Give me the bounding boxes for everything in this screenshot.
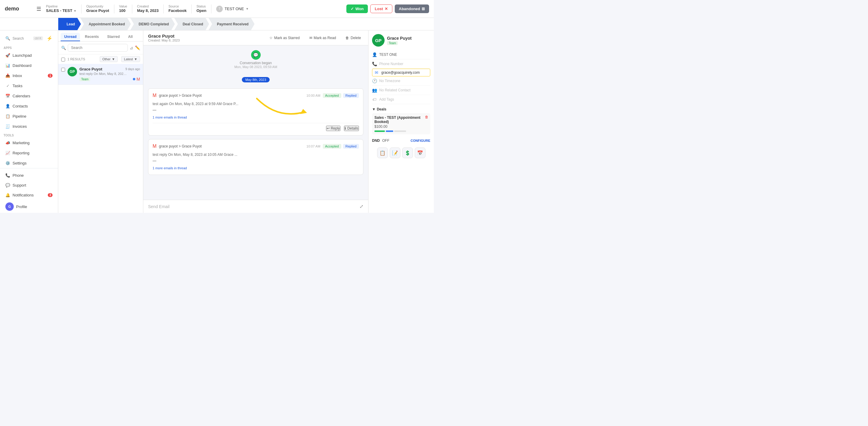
expand-icon[interactable]: ⤢ <box>360 204 363 209</box>
hamburger-icon[interactable]: ☰ <box>36 6 41 12</box>
delete-button[interactable]: 🗑 Delete <box>343 35 363 41</box>
details-button[interactable]: ℹ Details <box>344 126 359 131</box>
grid-icon-abandoned: ⊞ <box>422 7 425 11</box>
right-deal: Sales - TEST (Appointment Booked) $100.0… <box>372 113 430 134</box>
stage-appointment[interactable]: Appointment Booked <box>80 18 131 30</box>
sort-btn[interactable]: Latest ▼ <box>121 56 140 62</box>
created-label: Created <box>137 4 159 8</box>
right-timezone-value[interactable]: No Timezone <box>379 79 430 83</box>
sidebar-item-tasks[interactable]: ✓ Tasks <box>2 81 56 91</box>
abandoned-button[interactable]: Abandoned ⊞ <box>395 4 429 13</box>
conv-main-header: Grace Puyot Created: May 8, 2023 ☆ Mark … <box>143 30 368 45</box>
conv-send-bar: Send Email ⤢ <box>143 200 368 213</box>
filter-label: Other <box>102 57 111 61</box>
sidebar-item-inbox[interactable]: 📥 Inbox 1 <box>2 71 56 80</box>
email-more-1[interactable]: 1 more emails in thread <box>153 115 359 120</box>
configure-button[interactable]: CONFIGURE <box>410 139 430 142</box>
tab-unread[interactable]: Unread <box>61 33 80 41</box>
value-value: 100 <box>119 8 127 13</box>
star-icon: ☆ <box>269 36 273 40</box>
won-button[interactable]: ✓ Won <box>346 4 368 13</box>
sidebar-item-calendars[interactable]: 📅 Calendars <box>2 91 56 101</box>
deals-section-title: ▼ Deals <box>372 107 430 111</box>
stage-demo[interactable]: DEMO Completed <box>130 18 175 30</box>
email-more-2[interactable]: 1 more emails in thread <box>153 166 359 171</box>
results-count: 1 RESULTS <box>67 57 85 61</box>
status-field: Status Open <box>196 4 206 13</box>
support-icon: 💬 <box>5 183 10 188</box>
conv-item-preview: test reply On Mon, May 8, 2023 at ... <box>80 72 127 75</box>
calendars-label: Calendars <box>12 94 30 98</box>
filter-icon[interactable]: ⊿ <box>130 45 133 50</box>
email-right-icon: ✉ <box>374 70 379 75</box>
phone-right-icon: 📞 <box>372 62 377 66</box>
filter-btn[interactable]: Other ▼ <box>100 56 118 62</box>
details-icon: ℹ <box>345 126 346 130</box>
sidebar-item-pipeline[interactable]: 📋 Pipeline <box>2 111 56 121</box>
conv-item-time: 9 days ago <box>125 67 140 71</box>
marketing-label: Marketing <box>12 141 30 145</box>
sidebar-item-launchpad[interactable]: 🚀 Launchpad <box>2 51 56 60</box>
send-email-placeholder[interactable]: Send Email <box>148 204 357 209</box>
email-body-2: test reply On Mon, May 8, 2023 at 10:05 … <box>153 152 359 157</box>
sidebar-item-phone[interactable]: 📞 Phone <box>2 170 56 180</box>
sidebar-item-contacts[interactable]: 👤 Contacts <box>2 101 56 111</box>
conv-item-checkbox[interactable] <box>61 68 65 72</box>
stage-lead[interactable]: Lead <box>58 18 81 30</box>
sidebar-search[interactable]: 🔍 Search ctrl K ⚡ <box>2 33 56 43</box>
gmail-icon-card2: M <box>153 143 156 149</box>
lost-button[interactable]: Lost ✕ <box>370 4 392 13</box>
pipeline-value[interactable]: SALES - TEST ▼ <box>46 8 76 13</box>
sidebar-item-marketing[interactable]: 📣 Marketing <box>2 138 56 148</box>
email-card-2: M grace puyot > Grace Puyot 10:07 AM Acc… <box>148 139 363 175</box>
reply-button[interactable]: ↩ Reply <box>326 126 341 131</box>
sidebar-item-dashboard[interactable]: 📊 Dashboard <box>2 61 56 70</box>
stage-payment[interactable]: Payment Received <box>209 18 254 30</box>
bottom-icon-3[interactable]: 💲 <box>402 148 413 158</box>
mark-starred-button[interactable]: ☆ Mark as Starred <box>267 35 302 41</box>
sidebar-item-settings[interactable]: ⚙️ Settings <box>2 158 56 168</box>
conv-started: 💬 Conversation began Mon, May 08 2023, 0… <box>148 50 363 69</box>
sidebar: 🔍 Search ctrl K ⚡ Apps 🚀 Launchpad 📊 Das… <box>0 30 58 213</box>
sidebar-item-reporting[interactable]: 📈 Reporting <box>2 148 56 158</box>
settings-label: Settings <box>12 161 27 165</box>
message-icon: 💬 <box>251 50 261 60</box>
conversation-item[interactable]: GP Grace Puyot 9 days ago test reply On … <box>58 64 143 85</box>
gmail-icon: M <box>136 77 140 81</box>
right-related-value[interactable]: No Related Contact <box>379 88 430 92</box>
deal-name: Sales - TEST (Appointment Booked) <box>374 116 422 124</box>
tab-starred[interactable]: Starred <box>103 33 123 41</box>
right-email-field[interactable]: ✉ grace@goacquirely.com <box>372 69 430 76</box>
calendars-icon: 📅 <box>5 93 10 98</box>
edit-icon[interactable]: ✏️ <box>135 45 140 50</box>
sidebar-item-profile[interactable]: G Profile <box>2 200 56 213</box>
bar-seg-blue <box>386 130 393 132</box>
tab-all[interactable]: All <box>125 33 136 41</box>
email-body-1: test again On Mon, May 8, 2023 at 9:59 A… <box>153 101 359 106</box>
sidebar-item-invoices[interactable]: 🧾 Invoices <box>2 122 56 131</box>
app-logo: demo <box>5 6 32 12</box>
notifications-icon: 🔔 <box>5 193 10 197</box>
deal-amount: $100.00 <box>374 125 428 129</box>
right-tags-value[interactable]: Add Tags <box>379 97 430 101</box>
bottom-icon-4[interactable]: 📅 <box>415 148 426 158</box>
right-phone-value[interactable]: Phone Number <box>379 62 430 66</box>
mark-read-button[interactable]: ✉ Mark as Read <box>307 35 339 41</box>
conv-search-input[interactable] <box>68 44 128 52</box>
sidebar-item-support[interactable]: 💬 Support <box>2 180 56 190</box>
select-all-checkbox[interactable] <box>61 58 65 62</box>
stage-deal[interactable]: Deal Closed <box>175 18 209 30</box>
right-email-value[interactable]: grace@goacquirely.com <box>381 70 428 75</box>
dnd-value: OFF <box>382 138 390 143</box>
tools-section-label: Tools <box>0 131 58 138</box>
pipeline-label: Pipeline <box>46 4 76 8</box>
top-header: demo ☰ Pipeline SALES - TEST ▼ Opportuni… <box>0 0 434 18</box>
deal-delete-icon[interactable]: 🗑 <box>425 115 429 119</box>
assignee-avatar: T <box>216 6 223 12</box>
bolt-icon[interactable]: ⚡ <box>46 35 53 41</box>
tab-recents[interactable]: Recents <box>81 33 102 41</box>
right-phone-field: 📞 Phone Number <box>372 59 430 69</box>
sidebar-item-notifications[interactable]: 🔔 Notifications 3 <box>2 190 56 200</box>
bottom-icon-2[interactable]: 📝 <box>390 148 400 158</box>
bottom-icon-1[interactable]: 📋 <box>377 148 388 158</box>
